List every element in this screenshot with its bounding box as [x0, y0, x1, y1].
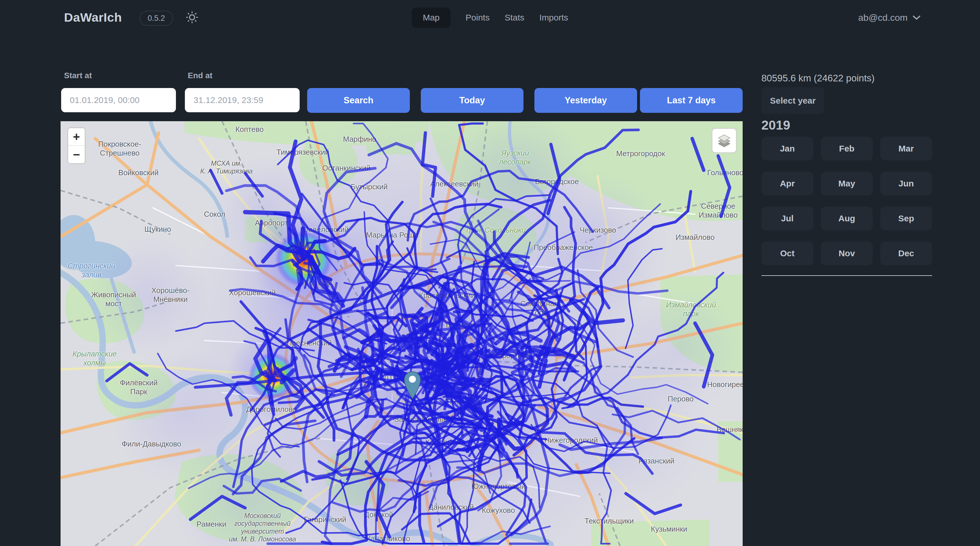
tab-imports[interactable]: Imports	[539, 8, 568, 28]
distance-stats: 80595.6 km (24622 points)	[761, 73, 875, 84]
month-button-aug[interactable]: Aug	[821, 207, 873, 230]
navbar: DaWarIch 0.5.2 MapPointsStatsImports ab@…	[0, 0, 980, 35]
tab-points[interactable]: Points	[466, 8, 489, 28]
end-at-input[interactable]	[185, 88, 300, 112]
months-grid: JanFebMarAprMayJunJulAugSepOctNovDec	[761, 137, 932, 265]
month-button-dec[interactable]: Dec	[880, 241, 932, 265]
account-menu[interactable]: ab@cd.com	[858, 0, 921, 35]
today-button[interactable]: Today	[421, 88, 523, 113]
year-heading: 2019	[761, 118, 790, 133]
select-year-button[interactable]: Select year	[761, 87, 824, 114]
map-tiles	[60, 121, 743, 546]
month-button-mar[interactable]: Mar	[880, 137, 932, 160]
end-at-label: End at	[188, 71, 213, 80]
dawarich-app: DaWarIch 0.5.2 MapPointsStatsImports ab@…	[0, 0, 980, 546]
last-7-days-button[interactable]: Last 7 days	[640, 88, 743, 113]
app-logo[interactable]: DaWarIch	[64, 10, 122, 24]
map-canvas[interactable]: Покровское- СтрешневоКоптевоВойковскийМС…	[60, 121, 743, 546]
map-layers-button[interactable]	[712, 128, 737, 153]
zoom-out-button[interactable]: −	[68, 146, 85, 163]
month-button-nov[interactable]: Nov	[821, 241, 873, 265]
sidebar-divider	[761, 275, 932, 276]
theme-toggle-button[interactable]	[184, 9, 200, 26]
start-at-input[interactable]	[61, 88, 176, 112]
account-email: ab@cd.com	[858, 13, 908, 23]
map-zoom-control: + −	[67, 128, 85, 164]
zoom-in-button[interactable]: +	[68, 128, 85, 146]
month-button-oct[interactable]: Oct	[761, 241, 813, 265]
start-at-label: Start at	[64, 71, 92, 80]
nav-tabs: MapPointsStatsImports	[412, 0, 568, 35]
version-badge: 0.5.2	[140, 11, 173, 26]
map-marker[interactable]	[404, 371, 422, 400]
month-button-apr[interactable]: Apr	[761, 172, 813, 195]
month-button-jul[interactable]: Jul	[761, 207, 813, 230]
month-button-sep[interactable]: Sep	[880, 207, 932, 230]
month-button-feb[interactable]: Feb	[821, 137, 873, 160]
tab-stats[interactable]: Stats	[505, 8, 524, 28]
tab-map[interactable]: Map	[412, 8, 450, 28]
month-button-may[interactable]: May	[821, 172, 873, 195]
sun-icon	[185, 10, 199, 24]
month-button-jan[interactable]: Jan	[761, 137, 813, 160]
layers-icon	[717, 133, 732, 148]
chevron-down-icon	[912, 15, 921, 21]
search-button[interactable]: Search	[307, 88, 410, 113]
yesterday-button[interactable]: Yesterday	[535, 88, 637, 113]
month-button-jun[interactable]: Jun	[880, 172, 932, 195]
